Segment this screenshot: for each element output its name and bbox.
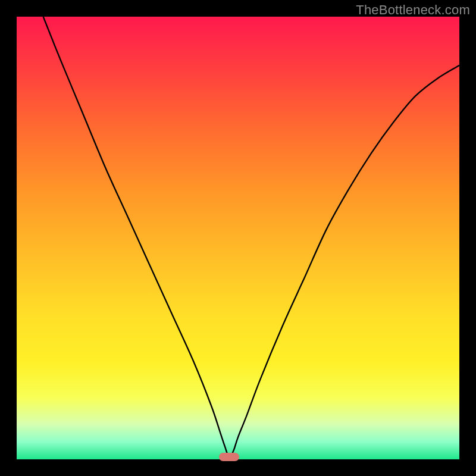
optimum-marker	[219, 453, 239, 461]
watermark-text: TheBottleneck.com	[356, 2, 470, 18]
bottleneck-curve	[17, 17, 459, 459]
chart-plot-area	[17, 17, 459, 459]
